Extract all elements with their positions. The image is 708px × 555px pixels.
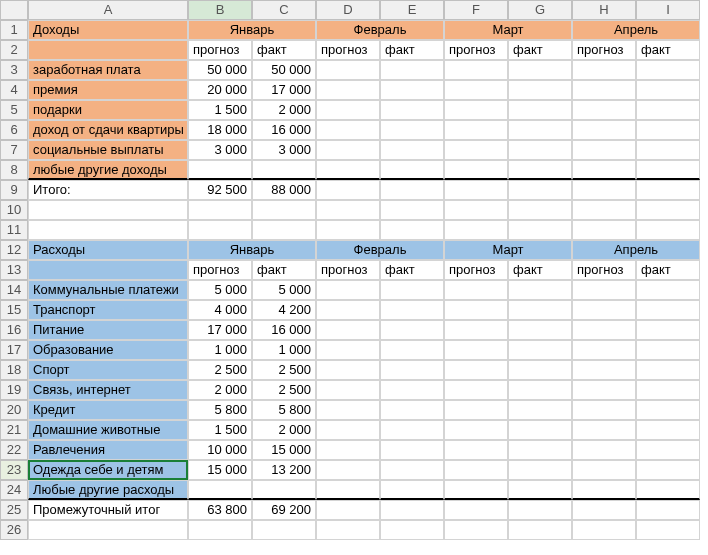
expenses-empty-5-5[interactable] xyxy=(636,380,700,400)
expenses-sub-blank[interactable] xyxy=(28,260,188,280)
income-empty-2-0[interactable] xyxy=(316,100,380,120)
expenses-empty-5-1[interactable] xyxy=(380,380,444,400)
income-forecast-3[interactable]: 18 000 xyxy=(188,120,252,140)
expenses-empty-8-0[interactable] xyxy=(316,440,380,460)
row-header-2[interactable]: 2 xyxy=(0,40,28,60)
blank-26-5[interactable] xyxy=(508,520,572,540)
income-empty-2-4[interactable] xyxy=(572,100,636,120)
expenses-empty-2-0[interactable] xyxy=(316,320,380,340)
expenses-empty-5-0[interactable] xyxy=(316,380,380,400)
blank-26-2[interactable] xyxy=(316,520,380,540)
expenses-empty-8-3[interactable] xyxy=(508,440,572,460)
income-forecast-1[interactable]: 20 000 xyxy=(188,80,252,100)
expenses-sub-fact-0[interactable]: факт xyxy=(252,260,316,280)
income-empty-1-5[interactable] xyxy=(636,80,700,100)
blank-11-5[interactable] xyxy=(508,220,572,240)
expenses-sub-forecast-1[interactable]: прогноз xyxy=(316,260,380,280)
blank-11-4[interactable] xyxy=(444,220,508,240)
expenses-total-empty-0[interactable] xyxy=(316,500,380,520)
expenses-total-forecast[interactable]: 63 800 xyxy=(188,500,252,520)
expenses-label-8[interactable]: Равлечения xyxy=(28,440,188,460)
row-header-22[interactable]: 22 xyxy=(0,440,28,460)
expenses-forecast-7[interactable]: 1 500 xyxy=(188,420,252,440)
column-header-D[interactable]: D xyxy=(316,0,380,20)
income-month-0[interactable]: Январь xyxy=(188,20,316,40)
income-empty-1-0[interactable] xyxy=(316,80,380,100)
income-label-5[interactable]: любые другие доходы xyxy=(28,160,188,180)
income-empty-1-2[interactable] xyxy=(444,80,508,100)
income-sub-forecast-1[interactable]: прогноз xyxy=(316,40,380,60)
income-total-forecast[interactable]: 92 500 xyxy=(188,180,252,200)
income-forecast-0[interactable]: 50 000 xyxy=(188,60,252,80)
income-month-1[interactable]: Февраль xyxy=(316,20,444,40)
expenses-empty-7-2[interactable] xyxy=(444,420,508,440)
expenses-sub-forecast-2[interactable]: прогноз xyxy=(444,260,508,280)
expenses-empty-1-1[interactable] xyxy=(380,300,444,320)
income-sub-forecast-2[interactable]: прогноз xyxy=(444,40,508,60)
expenses-forecast-4[interactable]: 2 500 xyxy=(188,360,252,380)
select-all-corner[interactable] xyxy=(0,0,28,20)
expenses-empty-6-4[interactable] xyxy=(572,400,636,420)
expenses-empty-4-1[interactable] xyxy=(380,360,444,380)
expenses-forecast-9[interactable]: 15 000 xyxy=(188,460,252,480)
expenses-month-1[interactable]: Февраль xyxy=(316,240,444,260)
expenses-forecast-3[interactable]: 1 000 xyxy=(188,340,252,360)
expenses-empty-0-4[interactable] xyxy=(572,280,636,300)
expenses-empty-9-1[interactable] xyxy=(380,460,444,480)
income-month-3[interactable]: Апрель xyxy=(572,20,700,40)
blank-10-6[interactable] xyxy=(572,200,636,220)
column-header-E[interactable]: E xyxy=(380,0,444,20)
income-empty-3-4[interactable] xyxy=(572,120,636,140)
income-total-empty-4[interactable] xyxy=(572,180,636,200)
blank-10-7[interactable] xyxy=(636,200,700,220)
row-header-1[interactable]: 1 xyxy=(0,20,28,40)
income-label-2[interactable]: подарки xyxy=(28,100,188,120)
income-empty-5-1[interactable] xyxy=(380,160,444,180)
expenses-empty-2-4[interactable] xyxy=(572,320,636,340)
expenses-empty-9-2[interactable] xyxy=(444,460,508,480)
expenses-sub-fact-2[interactable]: факт xyxy=(508,260,572,280)
spreadsheet-grid[interactable]: ABCDEFGHI1ДоходыЯнварьФевральМартАпрель2… xyxy=(0,0,700,540)
income-empty-3-1[interactable] xyxy=(380,120,444,140)
income-empty-4-5[interactable] xyxy=(636,140,700,160)
income-label-0[interactable]: заработная плата xyxy=(28,60,188,80)
expenses-empty-6-0[interactable] xyxy=(316,400,380,420)
income-empty-1-1[interactable] xyxy=(380,80,444,100)
expenses-forecast-10[interactable] xyxy=(188,480,252,500)
blank-26-0[interactable] xyxy=(188,520,252,540)
row-header-6[interactable]: 6 xyxy=(0,120,28,140)
row-header-9[interactable]: 9 xyxy=(0,180,28,200)
blank-11-7[interactable] xyxy=(636,220,700,240)
expenses-empty-9-4[interactable] xyxy=(572,460,636,480)
income-empty-0-4[interactable] xyxy=(572,60,636,80)
income-sub-forecast-3[interactable]: прогноз xyxy=(572,40,636,60)
income-fact-4[interactable]: 3 000 xyxy=(252,140,316,160)
expenses-empty-5-4[interactable] xyxy=(572,380,636,400)
expenses-empty-7-1[interactable] xyxy=(380,420,444,440)
column-header-I[interactable]: I xyxy=(636,0,700,20)
row-header-11[interactable]: 11 xyxy=(0,220,28,240)
expenses-label-0[interactable]: Коммунальные платежи xyxy=(28,280,188,300)
expenses-total-empty-2[interactable] xyxy=(444,500,508,520)
row-header-7[interactable]: 7 xyxy=(0,140,28,160)
income-label-1[interactable]: премия xyxy=(28,80,188,100)
income-empty-2-3[interactable] xyxy=(508,100,572,120)
row-header-8[interactable]: 8 xyxy=(0,160,28,180)
expenses-empty-7-3[interactable] xyxy=(508,420,572,440)
income-sub-fact-2[interactable]: факт xyxy=(508,40,572,60)
row-header-19[interactable]: 19 xyxy=(0,380,28,400)
expenses-empty-0-3[interactable] xyxy=(508,280,572,300)
expenses-sub-forecast-0[interactable]: прогноз xyxy=(188,260,252,280)
income-empty-5-2[interactable] xyxy=(444,160,508,180)
expenses-total-label[interactable]: Промежуточный итог xyxy=(28,500,188,520)
expenses-fact-9[interactable]: 13 200 xyxy=(252,460,316,480)
expenses-fact-3[interactable]: 1 000 xyxy=(252,340,316,360)
expenses-label-7[interactable]: Домашние животные xyxy=(28,420,188,440)
expenses-fact-2[interactable]: 16 000 xyxy=(252,320,316,340)
blank-10-4[interactable] xyxy=(444,200,508,220)
expenses-empty-1-0[interactable] xyxy=(316,300,380,320)
expenses-label-10[interactable]: Любые другие расходы xyxy=(28,480,188,500)
income-fact-3[interactable]: 16 000 xyxy=(252,120,316,140)
expenses-empty-4-5[interactable] xyxy=(636,360,700,380)
row-header-26[interactable]: 26 xyxy=(0,520,28,540)
